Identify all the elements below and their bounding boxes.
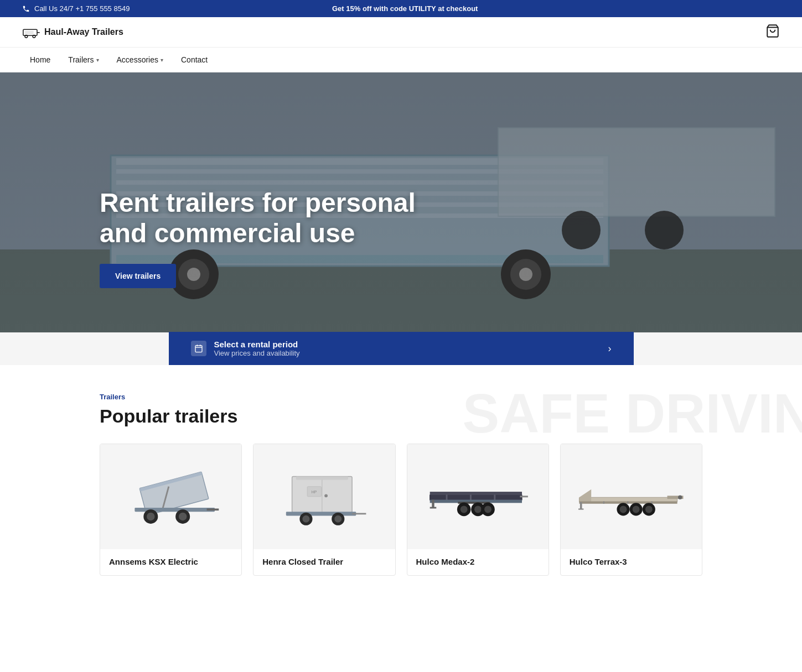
svg-rect-54 xyxy=(470,494,472,501)
section-tag: Trailers xyxy=(100,393,702,401)
promo-prefix: Get 15% off with code xyxy=(332,4,409,13)
promo-code: UTILITY xyxy=(409,4,436,13)
phone-icon xyxy=(22,5,30,13)
svg-point-79 xyxy=(645,506,653,513)
cart-icon xyxy=(765,24,780,38)
product-name-hulco-terrax: Hulco Terrax-3 xyxy=(561,549,702,575)
product-card-hulco-medax[interactable]: Hulco Medax-2 xyxy=(407,444,549,576)
svg-point-38 xyxy=(179,513,187,520)
calendar-icon xyxy=(191,341,206,356)
trailer-enclosed-svg: HP xyxy=(264,452,384,541)
product-card-henra[interactable]: HP Henra Closed Trailer xyxy=(253,444,395,576)
nav-trailers[interactable]: Trailers ▾ xyxy=(60,48,106,72)
svg-point-77 xyxy=(633,506,640,513)
svg-point-64 xyxy=(484,506,491,513)
svg-rect-82 xyxy=(578,509,583,510)
svg-point-46 xyxy=(303,515,310,523)
svg-rect-4 xyxy=(25,31,34,34)
svg-point-36 xyxy=(147,513,154,520)
product-name-annsems: Annsems KSX Electric xyxy=(100,549,241,575)
svg-point-60 xyxy=(460,506,467,513)
brand-name: Haul-Away Trailers xyxy=(44,27,123,37)
rental-period-bar[interactable]: Select a rental period View prices and a… xyxy=(169,332,634,365)
top-bar: Call Us 24/7 +1 755 555 8549 Get 15% off… xyxy=(0,0,802,17)
product-card-annsems[interactable]: Annsems KSX Electric xyxy=(100,444,242,576)
popular-trailers-section: SAFE DRIVIN Trailers Popular trailers xyxy=(0,365,802,592)
hero-content: Rent trailers for personal and commercia… xyxy=(100,187,421,288)
nav-home[interactable]: Home xyxy=(22,48,58,72)
product-name-henra: Henra Closed Trailer xyxy=(253,549,395,575)
product-image-annsems xyxy=(100,444,241,549)
svg-rect-53 xyxy=(446,494,447,501)
svg-marker-68 xyxy=(579,489,591,502)
rental-bar-subtitle: View prices and availability xyxy=(214,349,300,357)
svg-rect-55 xyxy=(494,494,495,501)
phone-text: Call Us 24/7 +1 755 555 8549 xyxy=(34,4,130,13)
product-name-hulco-medax: Hulco Medax-2 xyxy=(407,549,549,575)
product-image-hulco-medax xyxy=(407,444,549,549)
chevron-down-icon: ▾ xyxy=(96,57,99,63)
svg-rect-34 xyxy=(207,509,219,511)
rental-bar-title: Select a rental period xyxy=(214,340,300,349)
svg-point-48 xyxy=(335,515,342,523)
logo-icon xyxy=(22,26,40,38)
svg-rect-52 xyxy=(430,492,521,495)
rental-bar-text: Select a rental period View prices and a… xyxy=(214,340,300,357)
product-grid: Annsems KSX Electric xyxy=(100,444,702,576)
cart-button[interactable] xyxy=(765,24,780,40)
svg-rect-51 xyxy=(430,494,521,501)
svg-rect-26 xyxy=(195,346,202,352)
svg-rect-72 xyxy=(627,502,628,504)
svg-rect-73 xyxy=(651,502,653,504)
section-title: Popular trailers xyxy=(100,405,702,427)
product-card-hulco-terrax[interactable]: Hulco Terrax-3 xyxy=(560,444,702,576)
svg-rect-66 xyxy=(430,507,436,509)
nav-contact[interactable]: Contact xyxy=(173,48,215,72)
phone-section[interactable]: Call Us 24/7 +1 755 555 8549 xyxy=(22,4,130,13)
main-nav: Home Trailers ▾ Accessories ▾ Contact xyxy=(0,48,802,72)
svg-rect-81 xyxy=(580,502,582,509)
svg-rect-65 xyxy=(432,500,434,508)
svg-point-75 xyxy=(619,506,627,513)
promo-suffix: at checkout xyxy=(436,4,478,13)
svg-point-2 xyxy=(33,35,35,38)
view-trailers-button[interactable]: View trailers xyxy=(100,264,176,288)
trailer-flatbed-svg xyxy=(418,452,538,541)
chevron-right-icon: › xyxy=(608,343,612,355)
svg-rect-71 xyxy=(603,502,604,504)
svg-point-1 xyxy=(25,35,28,38)
trailer-dump-svg xyxy=(111,452,231,541)
chevron-down-icon: ▾ xyxy=(161,57,163,63)
svg-rect-42 xyxy=(296,477,348,480)
promo-banner: Get 15% off with code UTILITY at checkou… xyxy=(130,4,680,13)
rental-bar-info: Select a rental period View prices and a… xyxy=(191,340,300,357)
hero-title: Rent trailers for personal and commercia… xyxy=(100,187,421,248)
svg-rect-43 xyxy=(286,512,356,515)
svg-point-62 xyxy=(474,506,482,513)
product-image-hulco-terrax xyxy=(561,444,702,549)
trailer-lowbed-svg xyxy=(571,452,691,541)
hero-section: Rent trailers for personal and commercia… xyxy=(0,72,802,332)
svg-text:HP: HP xyxy=(312,489,317,494)
svg-point-41 xyxy=(325,494,328,498)
svg-point-80 xyxy=(678,496,682,499)
product-image-henra: HP xyxy=(253,444,395,549)
header: Haul-Away Trailers xyxy=(0,17,802,48)
nav-accessories[interactable]: Accessories ▾ xyxy=(109,48,171,72)
logo[interactable]: Haul-Away Trailers xyxy=(22,26,123,38)
